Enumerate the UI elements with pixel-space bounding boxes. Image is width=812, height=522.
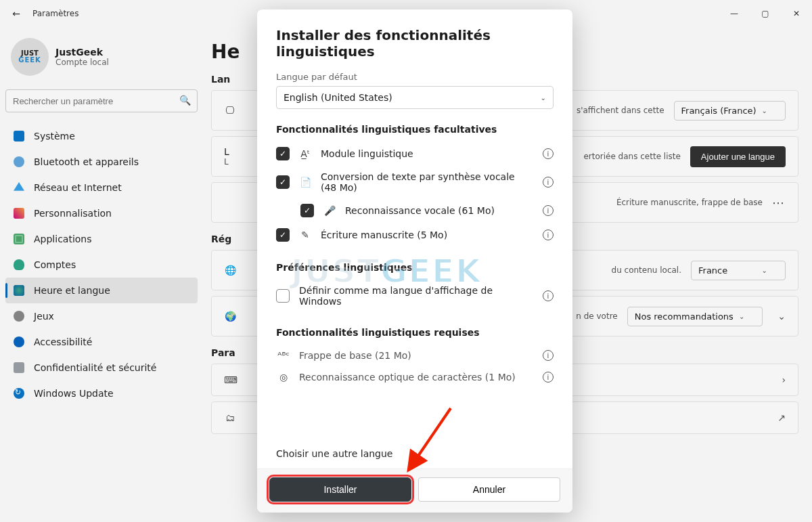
- checkbox-set-display-language[interactable]: [276, 289, 290, 303]
- feature-speech-recognition[interactable]: ✓ 🎤 Reconnaissance vocale (61 Mo) i: [276, 198, 554, 223]
- pref-set-display-language[interactable]: Définir comme ma langue d'affichage de W…: [276, 280, 554, 312]
- feature-handwriting[interactable]: ✓ ✎ Écriture manuscrite (5 Mo) i: [276, 223, 554, 247]
- checkbox-language-pack[interactable]: ✓: [276, 147, 290, 160]
- default-language-value: English (United States): [284, 92, 392, 103]
- default-language-label: Langue par défaut: [276, 72, 554, 82]
- checkbox-tts[interactable]: ✓: [276, 175, 290, 189]
- chevron-down-icon: ⌄: [541, 94, 546, 102]
- install-language-features-dialog: Installer des fonctionnalités linguistiq…: [257, 9, 572, 513]
- feature-text-to-speech[interactable]: ✓ 📄 Conversion de texte par synthèse voc…: [276, 166, 554, 198]
- install-button[interactable]: Installer: [269, 477, 411, 502]
- required-basic-typing: ᴬᴮᶜ Frappe de base (21 Mo) i: [276, 345, 554, 366]
- prefs-heading: Préférences linguistiques: [276, 262, 554, 273]
- required-heading: Fonctionnalités linguistiques requises: [276, 327, 554, 338]
- info-icon[interactable]: i: [543, 148, 554, 159]
- ocr-icon: ◎: [277, 372, 290, 383]
- keyboard-icon: ᴬᴮᶜ: [277, 350, 290, 361]
- choose-other-language-link[interactable]: Choisir une autre langue: [276, 448, 392, 459]
- language-pack-icon: A̲ᵗ: [299, 148, 311, 159]
- required-ocr: ◎ Reconnaissance optique de caractères (…: [276, 366, 554, 388]
- default-language-select[interactable]: English (United States) ⌄: [276, 86, 554, 109]
- microphone-icon: 🎤: [323, 205, 336, 216]
- info-icon[interactable]: i: [543, 177, 554, 188]
- feature-language-pack[interactable]: ✓ A̲ᵗ Module linguistique i: [276, 142, 554, 166]
- cancel-button[interactable]: Annuler: [418, 477, 560, 502]
- tts-icon: 📄: [299, 177, 311, 188]
- dialog-title: Installer des fonctionnalités linguistiq…: [276, 27, 554, 60]
- optional-features-heading: Fonctionnalités linguistiques facultativ…: [276, 124, 554, 135]
- info-icon[interactable]: i: [543, 372, 554, 383]
- checkbox-handwriting[interactable]: ✓: [276, 228, 290, 242]
- info-icon[interactable]: i: [543, 290, 554, 301]
- info-icon[interactable]: i: [543, 230, 554, 240]
- handwriting-icon: ✎: [299, 230, 311, 240]
- info-icon[interactable]: i: [543, 205, 554, 216]
- checkbox-speech[interactable]: ✓: [300, 204, 314, 217]
- info-icon[interactable]: i: [543, 350, 554, 361]
